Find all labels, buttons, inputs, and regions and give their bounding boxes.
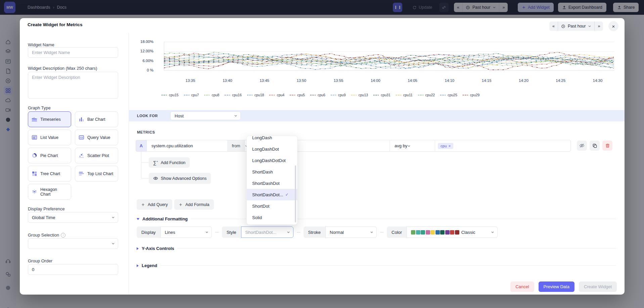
x-axis-tick: 14:25: [556, 79, 565, 83]
legend-item-cpu5[interactable]: cpu5: [289, 93, 305, 97]
palette-swatch: [421, 230, 425, 235]
style-option-shortdash[interactable]: ShortDash: [247, 166, 297, 177]
add-formula-button[interactable]: Add Formula: [174, 199, 214, 210]
duplicate-query-button[interactable]: [590, 141, 600, 151]
section-divider: [177, 248, 616, 249]
chevron-down-icon: [111, 216, 115, 219]
graph-type-timeseries[interactable]: Timeseries: [28, 111, 71, 127]
chart-legend: cpu15cpu7cpu8cpu16cpu18cpu4cpu5cpu6cpu9c…: [161, 93, 479, 97]
palette-swatch: [416, 230, 420, 235]
time-next-button[interactable]: »: [595, 21, 603, 31]
graph-type-list-value[interactable]: List Value: [28, 130, 71, 145]
dropdown-scrollbar[interactable]: [295, 165, 296, 222]
color-label: Color: [387, 226, 407, 238]
legend-item-cpu22[interactable]: cpu22: [418, 93, 435, 97]
series-line-cpu7: [164, 56, 614, 69]
legend-series-name: cpu9: [338, 93, 346, 97]
x-axis-tick: 14:15: [482, 79, 492, 83]
x-axis-tick: 13:55: [334, 79, 343, 83]
hide-query-button[interactable]: [577, 141, 587, 151]
legend-series-name: cpu6: [318, 93, 325, 97]
y-axis-tick: 18.00%: [133, 40, 153, 44]
add-function-button[interactable]: ∑+ Add Function: [149, 157, 190, 168]
add-query-button[interactable]: Add Query: [137, 199, 172, 210]
legend-item-cpu29[interactable]: cpu29: [462, 93, 480, 97]
aggregation-select[interactable]: avg by: [390, 140, 435, 151]
legend-section[interactable]: Legend: [137, 263, 616, 268]
stroke-select[interactable]: Normal: [325, 226, 377, 238]
legend-item-cpu15[interactable]: cpu15: [161, 93, 179, 97]
style-option-longdashdot[interactable]: LongDashDot: [247, 143, 297, 155]
style-option-shortdashdot[interactable]: ShortDashDot...✓: [247, 189, 297, 200]
metric-name-input[interactable]: system.cpu.utilization: [147, 140, 228, 151]
preview-data-button[interactable]: Preview Data: [539, 281, 574, 292]
style-option-longdashdotdot[interactable]: LongDashDotDot: [247, 155, 297, 166]
style-option-shortdot[interactable]: ShortDot: [247, 200, 297, 212]
graph-type-hexagon-chart[interactable]: Hexagon Chart: [28, 184, 71, 200]
group-by-tags-field[interactable]: cpu ×: [435, 140, 570, 151]
bar-chart-icon: [79, 116, 84, 122]
display-select[interactable]: Lines: [160, 226, 212, 238]
graph-type-pie-chart[interactable]: Pie Chart: [28, 148, 71, 163]
style-select[interactable]: ShortDashDot...: [241, 226, 293, 238]
legend-series-name: cpu4: [277, 93, 284, 97]
style-option-shortdashdot[interactable]: ShortDashDot: [247, 177, 297, 189]
legend-item-cpu11[interactable]: cpu11: [396, 93, 413, 97]
palette-swatch: [411, 230, 415, 235]
modal-footer: Cancel Preview Data Create Widget: [510, 281, 617, 292]
graph-type-query-value[interactable]: 5.12Query Value: [75, 130, 118, 145]
legend-item-cpu25[interactable]: cpu25: [440, 93, 457, 97]
y-axis-controls-section[interactable]: Y-Axis Controls: [137, 246, 616, 251]
clock-icon: [561, 24, 565, 29]
x-axis-tick: 14:00: [371, 79, 380, 83]
group-order-input[interactable]: [28, 264, 118, 275]
show-advanced-options-button[interactable]: Show Advanced Options: [149, 173, 211, 184]
style-label: Style: [222, 226, 241, 238]
color-palette-select[interactable]: Classic: [407, 226, 498, 238]
legend-item-cpu8[interactable]: cpu8: [204, 93, 219, 97]
delete-query-button[interactable]: [602, 141, 612, 151]
legend-item-cpu7[interactable]: cpu7: [184, 93, 199, 97]
y-axis-tick: 0 %: [133, 68, 153, 72]
series-dash-icon: [462, 94, 468, 96]
cancel-button[interactable]: Cancel: [510, 281, 534, 292]
style-option-label: ShortDashDot: [252, 181, 280, 186]
time-prev-button[interactable]: «: [549, 21, 558, 31]
chevron-down-icon: [491, 230, 494, 234]
style-option-solid[interactable]: Solid: [247, 212, 297, 223]
legend-item-cpu18[interactable]: cpu18: [247, 93, 264, 97]
legend-item-cpu13[interactable]: cpu13: [351, 93, 368, 97]
graph-type-top-list-chart[interactable]: Top List Chart: [75, 166, 118, 182]
palette-swatch: [450, 230, 454, 235]
remove-tag-icon[interactable]: ×: [449, 144, 451, 148]
section-divider: [160, 265, 616, 266]
graph-type-label: Bar Chart: [87, 117, 105, 122]
additional-formatting-header[interactable]: Additional Formatting: [137, 216, 616, 221]
graph-type-scatter-plot[interactable]: Scatter Plot: [75, 148, 118, 163]
style-option-label: ShortDot: [252, 204, 269, 209]
create-widget-button[interactable]: Create Widget: [579, 281, 617, 292]
graph-type-label: Top List Chart: [87, 171, 113, 176]
legend-item-cpu6[interactable]: cpu6: [310, 93, 325, 97]
style-option-label: ShortDash: [252, 169, 273, 174]
display-preference-select[interactable]: Global Time: [28, 212, 118, 223]
chevron-down-icon: [111, 242, 115, 245]
graph-type-bar-chart[interactable]: Bar Chart: [75, 111, 118, 127]
look-for-bar: LOOK FOR Host: [129, 110, 625, 121]
chevron-down-icon: [407, 144, 411, 148]
legend-item-cpu16[interactable]: cpu16: [224, 93, 242, 97]
widget-name-input[interactable]: [28, 47, 118, 58]
graph-type-tree-chart[interactable]: Tree Chart: [28, 166, 71, 182]
palette-swatch: [440, 230, 445, 235]
series-dash-icon: [440, 94, 446, 96]
legend-item-cpu31[interactable]: cpu31: [373, 93, 390, 97]
close-icon[interactable]: ×: [608, 21, 618, 31]
look-for-select[interactable]: Host: [170, 111, 241, 120]
group-selection-select[interactable]: [28, 238, 118, 249]
legend-item-cpu4[interactable]: cpu4: [269, 93, 284, 97]
time-range-selector[interactable]: Past hour: [558, 21, 595, 31]
legend-item-cpu9[interactable]: cpu9: [330, 93, 346, 97]
metric-query-row: A system.cpu.utilization from avg by cpu…: [136, 140, 571, 152]
style-option-longdash[interactable]: LongDash: [247, 136, 297, 143]
widget-description-input[interactable]: [28, 72, 118, 99]
